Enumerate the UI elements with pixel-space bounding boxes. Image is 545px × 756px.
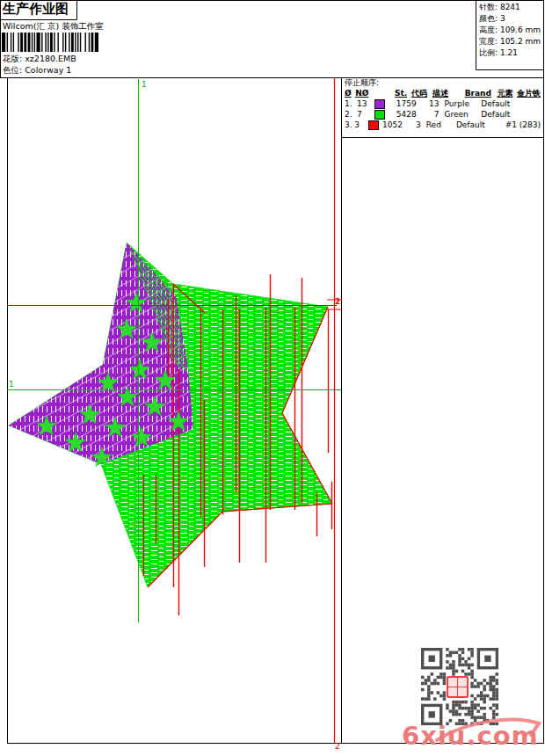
- table-row: 1. 13 1759 13 Purple Default: [342, 98, 543, 109]
- color-swatch-red: [368, 120, 379, 130]
- col-header-number: Ø: [345, 88, 355, 98]
- studio-name: Wilcom(汇 京) 装饰工作室: [3, 21, 104, 33]
- design-file: 花版: xz2180.EMB: [3, 54, 76, 65]
- stop-sequence-table: 停止顺序: Ø NØ St. 代码 描述 Brand 元素 金片铁 1. 13 …: [342, 78, 543, 137]
- stop-sequence-title: 停止顺序:: [342, 78, 543, 88]
- red-seal-logo: [447, 676, 469, 698]
- color-swatch-green: [374, 110, 385, 120]
- svg-text:1: 1: [9, 380, 14, 389]
- colorway: 色位: Colorway 1: [3, 65, 71, 76]
- col-header-needle: NØ: [355, 88, 370, 98]
- title-box: 生产作业图: [0, 0, 77, 20]
- stat-stitches: 针数: 8241: [479, 2, 543, 13]
- design-file-label: 花版:: [3, 54, 22, 63]
- col-header-sequin: 金片铁: [517, 88, 543, 98]
- svg-text:2: 2: [335, 297, 340, 306]
- table-row: 3. 3 1052 3 Red Default #1 (283): [342, 120, 543, 130]
- stat-scale: 比例: 1.21: [479, 47, 543, 59]
- table-bottom-border: [342, 137, 544, 138]
- svg-text:1: 1: [142, 80, 147, 89]
- panel-divider: [341, 77, 342, 744]
- col-header-stitches: St.: [384, 88, 407, 98]
- stop-sequence-header-row: Ø NØ St. 代码 描述 Brand 元素 金片铁: [342, 88, 543, 98]
- colorway-value: Colorway 1: [25, 65, 71, 75]
- stat-width: 宽度: 105.2 mm: [479, 36, 543, 47]
- colorway-label: 色位:: [3, 65, 22, 75]
- watermark-text: 6xiu.com: [402, 721, 545, 751]
- drawing-left-border: [7, 77, 8, 744]
- col-header-code: 代码: [407, 88, 427, 98]
- page-top-border: [0, 0, 544, 1]
- color-swatch-purple: [374, 99, 385, 109]
- col-header-description: 描述: [427, 88, 463, 98]
- col-header-brand: Brand: [463, 88, 496, 98]
- stat-height: 高度: 109.6 mm: [479, 25, 543, 36]
- design-file-value: xz2180.EMB: [25, 54, 76, 63]
- stat-colors: 颜色: 3: [479, 13, 543, 25]
- col-header-element: 元素: [495, 88, 517, 98]
- barcode: [2, 33, 98, 52]
- page-title: 生产作业图: [0, 0, 76, 18]
- stats-box: 针数: 8241 颜色: 3 高度: 109.6 mm 宽度: 105.2 mm…: [476, 0, 543, 70]
- table-row: 2. 7 5428 7 Green Default: [342, 109, 543, 120]
- page-right-border: [543, 0, 544, 744]
